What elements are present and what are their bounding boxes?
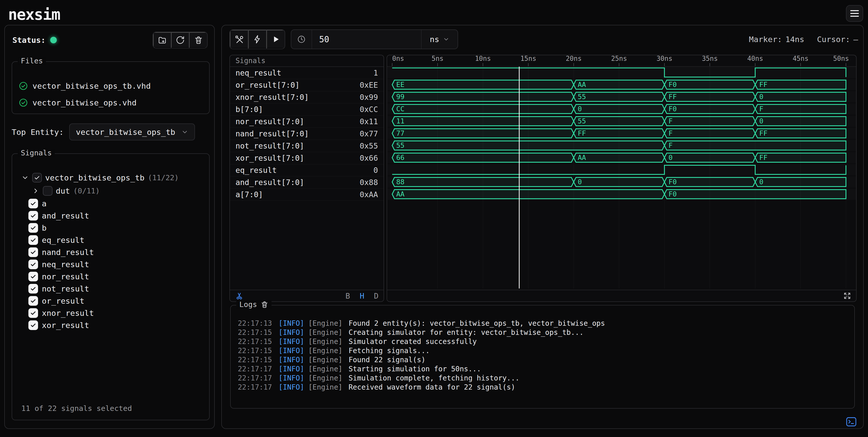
- tree-signal-row[interactable]: nand_result: [21, 246, 207, 258]
- terminal-button[interactable]: [846, 417, 857, 427]
- build-button[interactable]: [230, 30, 248, 49]
- signal-checkbox-a[interactable]: [28, 199, 38, 208]
- tree-child-row[interactable]: dut(0/11): [21, 184, 207, 197]
- radix-b-button[interactable]: B: [345, 291, 350, 300]
- bus-segment: [755, 80, 846, 89]
- tick-label: 0ns: [392, 55, 404, 62]
- signal-checkbox-vector_bitwise_ops_tb[interactable]: [32, 173, 42, 183]
- waveform-canvas[interactable]: 0ns5ns10ns15ns20ns25ns30ns35ns40ns45ns50…: [387, 55, 857, 291]
- tree-signal-row[interactable]: a: [21, 197, 207, 210]
- tree-expander[interactable]: [32, 187, 39, 195]
- tree-signal-row[interactable]: xnor_result: [21, 307, 207, 319]
- bus-value-label: 0: [759, 93, 763, 101]
- log-source: [Engine]: [308, 374, 342, 382]
- top-entity-select[interactable]: vector_bitwise_ops_tb: [69, 123, 195, 141]
- wave-and_result[interactable]: 880F00: [392, 178, 846, 187]
- bus-value-label: 0: [759, 117, 763, 125]
- wave-row-bg: [388, 67, 857, 78]
- wave-a[interactable]: AAF0: [392, 190, 846, 199]
- signal-checkbox-not_result[interactable]: [28, 284, 38, 293]
- menu-button[interactable]: [846, 5, 863, 22]
- signal-value-row[interactable]: a[7:0]0xAA: [230, 189, 383, 201]
- signal-value-row[interactable]: xor_result[7:0]0x66: [230, 152, 383, 164]
- signal-checkbox-or_result[interactable]: [28, 296, 38, 306]
- timeline-ruler[interactable]: 0ns5ns10ns15ns20ns25ns30ns35ns40ns45ns50…: [387, 55, 857, 67]
- clock-cell: [291, 30, 312, 49]
- log-message: Starting simulation for 50ns...: [348, 365, 481, 373]
- run-button[interactable]: [267, 30, 285, 49]
- tree-child-count: (0/11): [73, 187, 100, 195]
- signal-checkbox-nand_result[interactable]: [28, 247, 38, 257]
- tree-signal-row[interactable]: eq_result: [21, 234, 207, 246]
- marker-label: Marker:: [749, 35, 782, 44]
- fullscreen-button[interactable]: [843, 291, 851, 300]
- signal-value-row[interactable]: nor_result[7:0]0x11: [230, 116, 383, 128]
- tree-signal-label: and_result: [42, 211, 89, 220]
- wave-b[interactable]: CC0F0F: [392, 104, 846, 114]
- clock-icon: [297, 35, 306, 43]
- tree-signal-row[interactable]: not_result: [21, 283, 207, 295]
- signal-checkbox-nor_result[interactable]: [28, 272, 38, 281]
- signal-value-row[interactable]: or_result[7:0]0xEE: [230, 79, 383, 91]
- signal-checkbox-xor_result[interactable]: [28, 320, 38, 330]
- time-unit-select[interactable]: ns: [422, 30, 458, 49]
- wave-nor_result[interactable]: 1155F0: [392, 117, 846, 126]
- tree-signal-row[interactable]: nor_result: [21, 271, 207, 283]
- signal-value-row[interactable]: nand_result[7:0]0x77: [230, 128, 383, 140]
- wave-xnor_result[interactable]: 9955FF0: [392, 92, 846, 101]
- signal-value-row[interactable]: neq_result1: [230, 67, 383, 79]
- signal-value-row[interactable]: eq_result0: [230, 164, 383, 177]
- trash-icon: [194, 35, 203, 44]
- signal-value-row[interactable]: not_result[7:0]0x55: [230, 140, 383, 152]
- radix-h-button[interactable]: H: [360, 291, 364, 300]
- elaborate-button[interactable]: [248, 30, 267, 49]
- cut-signal-button[interactable]: [235, 291, 244, 300]
- refresh-button[interactable]: [171, 32, 189, 48]
- tree-expander[interactable]: [21, 174, 29, 182]
- checkmark-icon: [34, 175, 40, 181]
- signal-name: nor_result[7:0]: [236, 117, 360, 126]
- file-check-icon: [19, 98, 28, 107]
- top-entity-value: vector_bitwise_ops_tb: [76, 127, 175, 137]
- log-time: 22:17:13: [238, 319, 272, 327]
- signal-value-row[interactable]: b[7:0]0xCC: [230, 103, 383, 116]
- tree-signal-row[interactable]: neq_result: [21, 258, 207, 271]
- bus-value-label: F0: [669, 81, 677, 89]
- bus-segment: [755, 117, 846, 126]
- tree-signal-row[interactable]: or_result: [21, 295, 207, 307]
- log-entry: 22:17:13[INFO][Engine]Found 2 entity(s):…: [238, 319, 847, 328]
- log-time: 22:17:15: [238, 337, 272, 346]
- bus-segment: [574, 92, 664, 101]
- tree-signal-label: a: [42, 199, 46, 208]
- wave-xor_result[interactable]: 66AA0FF: [392, 153, 846, 162]
- tree-signal-row[interactable]: b: [21, 222, 207, 234]
- signal-checkbox-dut[interactable]: [43, 186, 53, 196]
- tree-signal-label: xor_result: [42, 321, 89, 330]
- bus-segment: [392, 117, 574, 126]
- radix-d-button[interactable]: D: [374, 291, 378, 300]
- delete-files-button[interactable]: [189, 32, 207, 48]
- clear-logs-button[interactable]: [260, 301, 269, 309]
- add-files-button[interactable]: [153, 32, 171, 48]
- wave-not_result[interactable]: 55F: [392, 141, 846, 150]
- signal-value-row[interactable]: xnor_result[7:0]0x99: [230, 91, 383, 103]
- signal-checkbox-eq_result[interactable]: [28, 235, 38, 245]
- signal-checkbox-and_result[interactable]: [28, 211, 38, 221]
- wave-nand_result[interactable]: 77FFFFF: [392, 129, 846, 138]
- files-legend: Files: [18, 57, 46, 65]
- signal-checkbox-b[interactable]: [28, 223, 38, 233]
- log-source: [Engine]: [308, 337, 342, 346]
- signal-values-panel: Signals neq_result1or_result[7:0]0xEExno…: [229, 55, 384, 302]
- tree-signal-row[interactable]: xor_result: [21, 319, 207, 331]
- signal-checkbox-neq_result[interactable]: [28, 259, 38, 269]
- tree-root-row[interactable]: vector_bitwise_ops_tb(11/22): [21, 171, 207, 184]
- tick-label: 35ns: [702, 55, 718, 62]
- signal-checkbox-xnor_result[interactable]: [28, 308, 38, 318]
- tree-signal-row[interactable]: and_result: [21, 210, 207, 222]
- run-time-input[interactable]: [312, 34, 421, 44]
- bus-segment: [574, 178, 664, 187]
- wave-or_result[interactable]: EEAAF0FF: [392, 80, 846, 89]
- chevron-right-icon: [32, 187, 39, 195]
- signal-value-row[interactable]: and_result[7:0]0x88: [230, 177, 383, 189]
- log-entry: 22:17:15[INFO][Engine]Simulator created …: [238, 337, 847, 346]
